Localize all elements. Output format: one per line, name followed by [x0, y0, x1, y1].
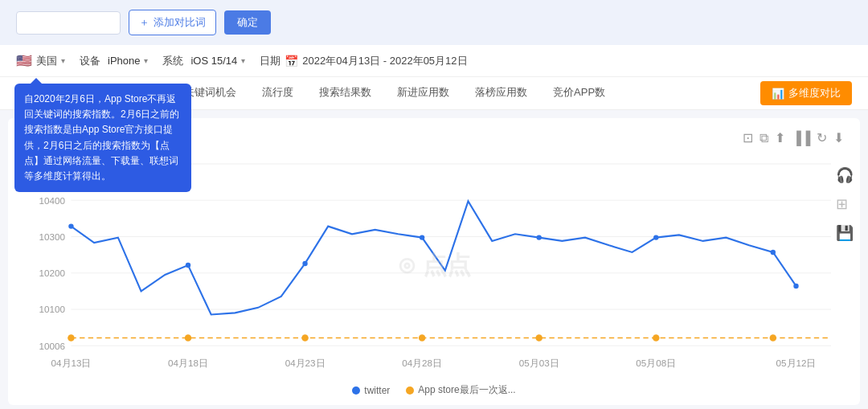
legend-appstore-label: App store最后一次返... — [418, 383, 515, 397]
country-filter[interactable]: 🇺🇸 美国 ▾ — [16, 53, 65, 68]
svg-text:10200: 10200 — [39, 268, 66, 278]
chart-legend: twitter App store最后一次返... — [24, 383, 844, 397]
multi-compare-button[interactable]: 📊 多维度对比 — [760, 81, 852, 105]
date-label: 日期 — [260, 54, 280, 68]
add-compare-label: 添加对比词 — [154, 15, 206, 30]
crop-icon[interactable]: ⊡ — [743, 130, 753, 145]
svg-point-27 — [793, 284, 798, 288]
calendar-icon: 📅 — [285, 55, 298, 67]
legend-twitter: twitter — [352, 383, 390, 397]
svg-point-14 — [185, 334, 192, 342]
chevron-down-icon2: ▾ — [144, 56, 148, 65]
tab-search-results[interactable]: 搜索结果数 — [306, 77, 384, 109]
svg-text:10400: 10400 — [39, 195, 66, 206]
svg-text:05月03日: 05月03日 — [519, 358, 559, 368]
svg-point-18 — [653, 334, 660, 342]
tab-new-apps[interactable]: 新进应用数 — [384, 77, 462, 109]
chevron-down-icon3: ▾ — [241, 56, 245, 65]
svg-text:⊙ 点点: ⊙ 点点 — [397, 252, 471, 278]
system-filter[interactable]: 系统 iOS 15/14 ▾ — [162, 54, 245, 68]
tab-dropped-apps-label: 落榜应用数 — [475, 86, 527, 98]
top-bar: twitter ＋ 添加对比词 确定 — [0, 0, 868, 45]
plus-icon: ＋ — [139, 15, 149, 30]
multi-compare-label: 多维度对比 — [788, 86, 841, 100]
tab-bid-apps[interactable]: 竞价APP数 — [540, 77, 618, 109]
svg-text:10300: 10300 — [39, 231, 66, 242]
sidebar-save-icon[interactable]: 💾 — [836, 224, 854, 242]
svg-text:05月08日: 05月08日 — [636, 358, 676, 368]
svg-point-20 — [68, 223, 73, 228]
filter-bar: 自2020年2月6日，App Store不再返回关键词的搜索指数。2月6日之前的… — [0, 45, 868, 77]
date-range-value: 2022年04月13日 - 2022年05月12日 — [302, 54, 467, 68]
tab-search-results-label: 搜索结果数 — [319, 86, 371, 98]
svg-point-23 — [420, 235, 424, 239]
chevron-down-icon: ▾ — [61, 56, 65, 65]
device-value: iPhone — [108, 55, 140, 67]
tab-bid-apps-label: 竞价APP数 — [553, 86, 605, 98]
legend-appstore: App store最后一次返... — [406, 383, 515, 397]
download-icon[interactable]: ⬇ — [833, 130, 844, 145]
svg-text:05月12日: 05月12日 — [776, 358, 817, 368]
svg-point-25 — [653, 235, 658, 239]
date-filter[interactable]: 日期 📅 2022年04月13日 - 2022年05月12日 — [260, 54, 467, 68]
svg-text:04月23日: 04月23日 — [285, 358, 326, 368]
tab-keyword-label: 关键词机会 — [184, 86, 236, 98]
svg-point-26 — [771, 250, 776, 255]
device-filter[interactable]: 设备 iPhone ▾ — [80, 54, 148, 68]
system-value: iOS 15/14 — [190, 55, 237, 67]
tab-dropped-apps[interactable]: 落榜应用数 — [462, 77, 540, 109]
country-label: 美国 — [36, 54, 57, 68]
tooltip-box: 自2020年2月6日，App Store不再返回关键词的搜索指数。2月6日之前的… — [14, 84, 191, 192]
svg-point-16 — [419, 334, 426, 342]
legend-twitter-label: twitter — [364, 385, 390, 396]
tab-popularity[interactable]: 流行度 — [249, 77, 306, 109]
add-compare-button[interactable]: ＋ 添加对比词 — [129, 10, 216, 35]
upload-icon[interactable]: ⬆ — [775, 130, 785, 145]
svg-text:04月18日: 04月18日 — [168, 358, 208, 368]
right-sidebar: 🎧 ⊞ 💾 — [836, 166, 854, 242]
confirm-label: 确定 — [237, 16, 258, 28]
chart-icon: 📊 — [772, 88, 784, 100]
search-input[interactable]: twitter — [16, 11, 121, 35]
tab-popularity-label: 流行度 — [262, 86, 293, 98]
refresh-icon[interactable]: ↻ — [817, 130, 827, 145]
tab-new-apps-label: 新进应用数 — [397, 86, 449, 98]
svg-text:04月13日: 04月13日 — [51, 358, 92, 368]
device-label: 设备 — [80, 54, 100, 68]
grid-icon[interactable]: ⊞ — [836, 195, 854, 213]
svg-point-15 — [301, 334, 309, 342]
copy-icon[interactable]: ⧉ — [760, 131, 768, 145]
svg-point-19 — [770, 334, 777, 342]
svg-text:04月28日: 04月28日 — [402, 358, 442, 368]
tooltip-text: 自2020年2月6日，App Store不再返回关键词的搜索指数。2月6日之前的… — [24, 93, 179, 182]
svg-point-24 — [537, 235, 542, 239]
svg-point-17 — [535, 334, 542, 342]
svg-point-22 — [302, 261, 307, 266]
svg-text:10006: 10006 — [39, 340, 66, 350]
legend-dot-twitter — [352, 387, 360, 395]
flag-icon: 🇺🇸 — [16, 53, 32, 68]
confirm-button[interactable]: 确定 — [224, 10, 271, 35]
chart-actions: ⊡ ⧉ ⬆ ▐▐ ↻ ⬇ — [743, 130, 844, 145]
headphone-icon[interactable]: 🎧 — [836, 166, 854, 184]
legend-dot-appstore — [406, 387, 414, 395]
bar-chart-icon[interactable]: ▐▐ — [792, 131, 810, 145]
svg-text:10100: 10100 — [39, 304, 66, 314]
system-label: 系统 — [162, 54, 183, 68]
svg-point-13 — [68, 334, 75, 342]
svg-point-21 — [186, 263, 190, 268]
